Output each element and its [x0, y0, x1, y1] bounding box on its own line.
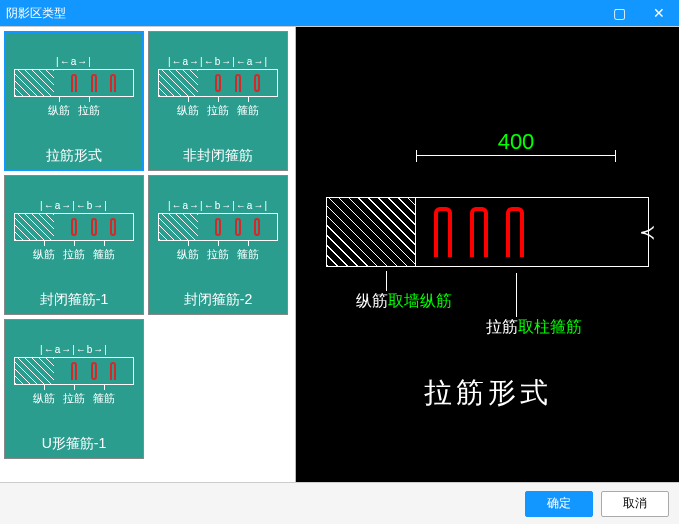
thumbnail-diagram: |←a→|←b→|←a→| 纵筋 拉筋 箍筋	[149, 176, 287, 286]
maximize-icon[interactable]: ▢	[599, 0, 639, 26]
rebar-icon	[91, 218, 97, 236]
cancel-button[interactable]: 取消	[601, 491, 669, 517]
thumbnail-caption: 拉筋形式	[46, 142, 102, 170]
rebar-icon	[71, 362, 77, 380]
hatch-icon	[326, 197, 416, 267]
thumbnail-diagram: |←a→|←b→|←a→| 纵筋 拉筋 箍筋	[149, 32, 287, 142]
annotation-zongjin: 纵筋取墙纵筋	[356, 291, 452, 312]
thumbnail-lajin[interactable]: |←a→| 纵筋 拉筋 拉筋形式	[4, 31, 144, 171]
rebar-icon	[506, 207, 524, 257]
dimension-value: 400	[494, 129, 539, 155]
rebar-icon	[235, 218, 241, 236]
thumbnail-uxing-1[interactable]: |←a→|←b→| 纵筋 拉筋 箍筋 U形箍筋-1	[4, 319, 144, 459]
thumbnail-caption: U形箍筋-1	[42, 430, 107, 458]
rebar-icon	[71, 74, 77, 92]
thumbnail-feifengbi[interactable]: |←a→|←b→|←a→| 纵筋 拉筋 箍筋 非封闭箍筋	[148, 31, 288, 171]
title-bar: 阴影区类型 ▢ ✕	[0, 0, 679, 26]
preview-pane: 400 ≺ 纵筋取墙纵筋 拉筋取柱箍筋 拉筋形式	[296, 27, 679, 482]
rebar-icon	[254, 74, 260, 92]
thumbnail-list[interactable]: |←a→| 纵筋 拉筋 拉筋形式 |←a→|←b→|←a→|	[0, 27, 296, 482]
rebar-icon	[215, 74, 221, 92]
thumbnail-diagram: |←a→|←b→| 纵筋 拉筋 箍筋	[5, 176, 143, 286]
hatch-icon	[158, 213, 198, 241]
rebar-icon	[71, 218, 77, 236]
hatch-icon	[14, 357, 54, 385]
hatch-icon	[158, 69, 198, 97]
hatch-icon	[14, 69, 54, 97]
rebar-icon	[254, 218, 260, 236]
rebar-icon	[434, 207, 452, 257]
thumbnail-diagram: |←a→|←b→| 纵筋 拉筋 箍筋	[5, 320, 143, 430]
dialog-footer: 确定 取消	[0, 482, 679, 524]
thumbnail-caption: 封闭箍筋-2	[184, 286, 252, 314]
dimension-line: 400	[416, 155, 616, 156]
preview-title: 拉筋形式	[296, 374, 679, 412]
rebar-icon	[110, 74, 116, 92]
rebar-icon	[470, 207, 488, 257]
content-area: |←a→| 纵筋 拉筋 拉筋形式 |←a→|←b→|←a→|	[0, 26, 679, 482]
thumbnail-caption: 封闭箍筋-1	[40, 286, 108, 314]
close-icon[interactable]: ✕	[639, 0, 679, 26]
window-controls: ▢ ✕	[599, 0, 679, 26]
rebar-icon	[110, 218, 116, 236]
window-title: 阴影区类型	[6, 5, 66, 22]
annotation-lajin: 拉筋取柱箍筋	[486, 317, 582, 338]
section-diagram: ≺	[326, 197, 649, 267]
rebar-icon	[110, 362, 116, 380]
break-symbol-icon: ≺	[639, 220, 656, 244]
rebar-icon	[215, 218, 221, 236]
rebar-icon	[235, 74, 241, 92]
cad-preview: 400 ≺ 纵筋取墙纵筋 拉筋取柱箍筋 拉筋形式	[296, 27, 679, 482]
rebar-icon	[91, 362, 97, 380]
hatch-icon	[14, 213, 54, 241]
ok-button[interactable]: 确定	[525, 491, 593, 517]
thumbnail-fengbi-2[interactable]: |←a→|←b→|←a→| 纵筋 拉筋 箍筋 封闭箍筋-2	[148, 175, 288, 315]
thumbnail-diagram: |←a→| 纵筋 拉筋	[5, 32, 143, 142]
thumbnail-caption: 非封闭箍筋	[183, 142, 253, 170]
rebar-icon	[91, 74, 97, 92]
thumbnail-fengbi-1[interactable]: |←a→|←b→| 纵筋 拉筋 箍筋 封闭箍筋-1	[4, 175, 144, 315]
